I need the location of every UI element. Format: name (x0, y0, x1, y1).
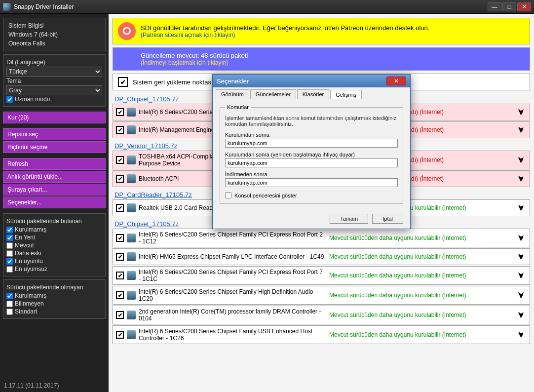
expand-icon[interactable]: ⮟ (516, 290, 527, 301)
driver-checkbox[interactable]: ✔ (116, 156, 124, 164)
driver-status: Mevcut sürücüden daha uygunu kurulabilir… (329, 331, 513, 338)
driver-checkbox[interactable]: ✔ (116, 204, 124, 212)
filter-newest[interactable]: En Yeni (6, 234, 102, 241)
after-download-label: İndirmeden sonra (225, 171, 398, 177)
filter-older[interactable]: Daha eski (6, 249, 102, 257)
settings-block: Dil (Language) Türkçe Tema Gray Uzman mo… (3, 54, 106, 107)
driver-checkbox[interactable]: ✔ (116, 331, 124, 339)
device-icon (127, 311, 136, 319)
after-install-restart-input[interactable] (225, 158, 398, 167)
driver-status: Mevcut sürücüden daha uygunu kurulabilir… (329, 312, 513, 318)
tab-updates[interactable]: Güncellemeler (250, 89, 296, 99)
window-title: Snappy Driver Installer (14, 3, 488, 10)
install-button[interactable]: Kur (20) (3, 112, 106, 123)
load-snapshot-button[interactable]: Anlık görüntü yükle... (3, 171, 106, 183)
driver-name: Intel(R) HM65 Express Chipset Family LPC… (139, 253, 326, 260)
driver-row[interactable]: ✔2nd generation Intel(R) Core(TM) proces… (113, 306, 530, 324)
dialog-close-button[interactable]: ✕ (386, 77, 406, 85)
language-select[interactable]: Türkçe (6, 67, 102, 77)
driver-checkbox[interactable]: ✔ (116, 253, 124, 261)
actions-block: Kur (20) Hepsini seç Hiçbirini seçme Ref… (3, 110, 106, 210)
patreon-text: SDI gönüllüler tarafından geliştirilmekt… (141, 24, 429, 32)
extract-to-button[interactable]: Şuraya çıkart... (3, 184, 106, 196)
driver-checkbox[interactable]: ✔ (116, 126, 124, 134)
notfound-filters-block: Sürücü paketlerinde olmayan Kurulmamış B… (3, 279, 106, 319)
driver-name: Intel(R) 6 Series/C200 Series Chipset Fa… (139, 328, 326, 342)
dialog-cancel-button[interactable]: İptal (372, 214, 403, 224)
expand-icon[interactable]: ⮟ (516, 107, 527, 118)
expert-mode-checkbox[interactable]: Uzman modu (6, 95, 102, 103)
filter-nf-unknown[interactable]: Bilinmeyen (6, 300, 102, 308)
expand-icon[interactable]: ⮟ (516, 202, 527, 213)
sysinfo-board[interactable]: Oneonta Falls (6, 39, 102, 48)
commands-fieldset: Komutlar İşlemler tamamlandıktan sonra k… (220, 104, 403, 204)
dialog-titlebar[interactable]: Seçenekler ✕ (213, 75, 410, 87)
options-button[interactable]: Seçenekler... (3, 196, 106, 208)
minimize-button[interactable]: — (488, 2, 501, 11)
maximize-button[interactable]: □ (502, 2, 516, 11)
tab-view[interactable]: Görünüm (216, 89, 249, 99)
driver-checkbox[interactable]: ✔ (116, 272, 124, 279)
driver-checkbox[interactable]: ✔ (116, 234, 124, 242)
driver-checkbox[interactable]: ✔ (116, 291, 124, 299)
device-icon (127, 156, 136, 164)
device-icon (127, 174, 136, 183)
filter-nf-not-installed[interactable]: Kurulmamış (6, 292, 102, 300)
expand-icon[interactable]: ⮟ (516, 155, 527, 165)
driver-status: Mevcut sürücüden daha uygunu kurulabilir… (329, 253, 513, 260)
patreon-banner[interactable]: ⵔ SDI gönüllüler tarafından geliştirilme… (113, 18, 530, 44)
close-button[interactable]: ✕ (517, 2, 531, 11)
sysinfo-heading[interactable]: Sistem Bilgisi (6, 21, 102, 30)
update-banner[interactable]: Güncelleme mevcut: 48 sürücü paketi (İnd… (113, 47, 530, 71)
driver-checkbox[interactable]: ✔ (116, 311, 124, 319)
after-install-input[interactable] (225, 139, 398, 148)
after-download-input[interactable] (225, 178, 398, 187)
driver-row[interactable]: ✔Intel(R) 6 Series/C200 Series Chipset F… (113, 325, 530, 344)
expand-icon[interactable]: ⮟ (516, 233, 527, 243)
after-install-restart-label: Kurulumdan sonra (yeniden başlatmaya iht… (225, 152, 398, 157)
driver-checkbox[interactable]: ✔ (116, 175, 124, 183)
expand-icon[interactable]: ⮟ (516, 310, 527, 320)
select-all-button[interactable]: Hepsini seç (3, 128, 106, 140)
theme-label: Tema (6, 77, 102, 85)
driver-name: 2nd generation Intel(R) Core(TM) process… (139, 308, 326, 322)
driver-status: Mevcut sürücüden daha uygunu kurulabilir… (329, 272, 513, 279)
update-sub: (İndirmeyi başlatmak için tıklayın) (141, 59, 248, 66)
driver-checkbox[interactable]: ✔ (116, 108, 124, 116)
found-heading: Sürücü paketlerinde bulunan (6, 217, 102, 226)
options-dialog: Seçenekler ✕ Görünüm Güncellemeler Klasö… (212, 74, 411, 229)
commands-desc: İşlemler tamamlandıktan sonra komut iste… (225, 115, 398, 127)
window-titlebar: Snappy Driver Installer — □ ✕ (0, 0, 534, 14)
dialog-ok-button[interactable]: Tamam (330, 214, 368, 224)
expand-icon[interactable]: ⮟ (516, 329, 527, 340)
driver-name: Intel(R) 6 Series/C200 Series Chipset Fa… (139, 269, 326, 282)
select-none-button[interactable]: Hiçbirini seçme (3, 141, 106, 153)
expand-icon[interactable]: ⮟ (516, 251, 527, 262)
expand-icon[interactable]: ⮟ (516, 124, 527, 135)
driver-name: Intel(R) 6 Series/C200 Series Chipset Fa… (139, 288, 326, 302)
system-info-block: Sistem Bilgisi Windows 7 (64-bit) Oneont… (3, 18, 106, 51)
expand-icon[interactable]: ⮟ (516, 173, 527, 184)
tab-advanced[interactable]: Gelişmiş (330, 90, 362, 99)
found-filters-block: Sürücü paketlerinde bulunan Kurulmamış E… (3, 213, 106, 276)
filter-incompatible[interactable]: En uyumsuz (6, 265, 102, 273)
refresh-button[interactable]: Refresh (3, 158, 106, 170)
filter-compatible[interactable]: En uyumlu (6, 257, 102, 265)
filter-nf-standard[interactable]: Standart (6, 308, 102, 315)
language-label: Dil (Language) (6, 58, 102, 67)
expand-icon[interactable]: ⮟ (516, 270, 527, 281)
restore-checkbox[interactable]: ✔ (118, 77, 128, 87)
version-label: 1.17.11 (01.11.2017) (0, 379, 63, 392)
driver-row[interactable]: ✔Intel(R) 6 Series/C200 Series Chipset F… (113, 286, 530, 305)
theme-select[interactable]: Gray (6, 85, 102, 95)
sysinfo-os[interactable]: Windows 7 (64-bit) (6, 30, 102, 39)
driver-row[interactable]: ✔Intel(R) 6 Series/C200 Series Chipset F… (113, 266, 530, 285)
show-console-checkbox[interactable]: Konsol penceresini göster (225, 192, 398, 198)
driver-row[interactable]: ✔Intel(R) HM65 Express Chipset Family LP… (113, 248, 530, 265)
driver-row[interactable]: ✔Intel(R) 6 Series/C200 Series Chipset F… (113, 229, 530, 247)
tab-folders[interactable]: Klasörler (297, 89, 329, 99)
device-icon (127, 203, 136, 212)
filter-not-installed[interactable]: Kurulmamış (6, 226, 102, 234)
update-text: Güncelleme mevcut: 48 sürücü paketi (141, 52, 248, 59)
filter-current[interactable]: Mevcut (6, 241, 102, 249)
